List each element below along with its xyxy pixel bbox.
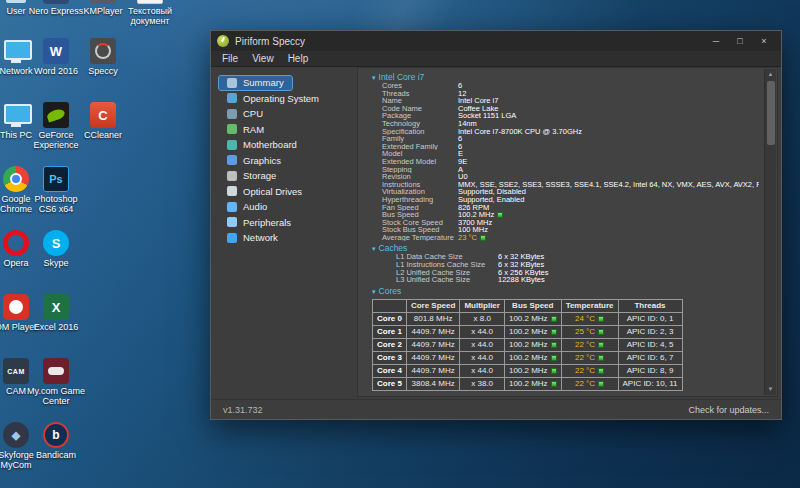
- sidebar: Summary Operating System CPU RAM: [211, 67, 357, 399]
- cpu-field-row: Family 6: [366, 135, 759, 143]
- menu-item[interactable]: File: [215, 53, 245, 64]
- core-speed: 4409.7 MHz: [406, 338, 459, 351]
- field-label: Revision: [366, 173, 458, 181]
- cpu-field-row: Threads 12: [366, 90, 759, 98]
- core-multiplier: x 44.0: [460, 325, 505, 338]
- sidebar-item-peripherals[interactable]: Peripherals: [219, 215, 299, 229]
- core-temperature: 24 °C: [561, 312, 618, 325]
- cpu-field-row: Bus Speed 100.2 MHz: [366, 211, 759, 219]
- status-indicator-icon: [598, 355, 604, 361]
- cores-table-header-cell: Bus Speed: [504, 299, 561, 312]
- sidebar-item-icon: [227, 93, 237, 103]
- scroll-up-icon[interactable]: ▲: [765, 69, 777, 80]
- desktop-icon-excel-2016[interactable]: X Excel 2016: [26, 294, 86, 332]
- field-value: 12288 KBytes: [498, 276, 545, 284]
- status-indicator-icon: [551, 342, 557, 348]
- desktop-icon-label: Bandicam: [36, 450, 76, 460]
- sidebar-item-label: Optical Drives: [243, 186, 302, 197]
- sidebar-item-storage[interactable]: Storage: [219, 169, 284, 183]
- core-speed: 4409.7 MHz: [406, 351, 459, 364]
- desktop-icon-label: Skype: [43, 258, 68, 268]
- cpu-field-row: Hyperthreading Supported, Enabled: [366, 196, 759, 204]
- cpu-field-row: Package Socket 1151 LGA: [366, 112, 759, 120]
- cpu-fields: Cores 6 Threads 12 Name Intel Core i7: [366, 82, 759, 241]
- core-row: Core 4 4409.7 MHz x 44.0 100.2 MHz 22 °C…: [373, 364, 683, 377]
- field-label: Model: [366, 150, 458, 158]
- core-temperature: 22 °C: [561, 351, 618, 364]
- sidebar-item-summary[interactable]: Summary: [219, 76, 292, 90]
- cpu-field-row: Extended Family 6: [366, 143, 759, 151]
- sidebar-item-icon: [227, 171, 237, 181]
- cores-table: Core SpeedMultiplierBus SpeedTemperature…: [372, 299, 683, 391]
- desktop-icon-image: [43, 0, 69, 4]
- cache-field-row: L1 Data Cache Size 6 x 32 KBytes: [366, 253, 759, 261]
- core-speed: 4409.7 MHz: [406, 325, 459, 338]
- core-speed: 4409.7 MHz: [406, 364, 459, 377]
- desktop-icon-image: [43, 358, 69, 384]
- status-indicator-icon: [480, 235, 486, 241]
- core-threads: APIC ID: 10, 11: [618, 377, 682, 390]
- window-control-minimize-button[interactable]: ─: [705, 34, 727, 49]
- desktop-icon-photoshop-cs6[interactable]: Ps Photoshop CS6 x64: [26, 166, 86, 214]
- window-control-close-button[interactable]: ×: [753, 34, 775, 49]
- desktop-icon-text-document[interactable]: Текстовый документ: [120, 0, 180, 26]
- sidebar-item-motherboard[interactable]: Motherboard: [219, 138, 305, 152]
- field-value: Intel Core i7-8700K CPU @ 3.70GHz: [458, 128, 582, 136]
- field-value: 12: [458, 90, 466, 98]
- sidebar-item-operating-system[interactable]: Operating System: [219, 91, 327, 105]
- core-multiplier: x 44.0: [460, 364, 505, 377]
- field-value: 9E: [458, 158, 467, 166]
- desktop-icon-skype[interactable]: S Skype: [26, 230, 86, 268]
- desktop-icon-mycom-game-center[interactable]: My.com Game Center: [26, 358, 86, 406]
- scroll-down-icon[interactable]: ▼: [765, 384, 777, 395]
- sidebar-item-label: Storage: [243, 170, 276, 181]
- field-label: Name: [366, 97, 458, 105]
- sidebar-item-icon: [227, 186, 237, 196]
- sidebar-item-network[interactable]: Network: [219, 231, 286, 245]
- desktop-icon-speccy[interactable]: Speccy: [73, 38, 133, 76]
- core-multiplier: x 38.0: [460, 377, 505, 390]
- cpu-field-row: Virtualization Supported, Disabled: [366, 188, 759, 196]
- core-threads: APIC ID: 0, 1: [618, 312, 682, 325]
- cpu-field-row: Stepping A: [366, 166, 759, 174]
- status-indicator-icon: [598, 368, 604, 374]
- field-value: 3700 MHz: [458, 219, 492, 227]
- desktop-icon-ccleaner[interactable]: C CCleaner: [73, 102, 133, 140]
- sidebar-item-icon: [227, 202, 237, 212]
- sidebar-item-cpu[interactable]: CPU: [219, 107, 271, 121]
- check-for-updates-link[interactable]: Check for updates...: [688, 405, 769, 415]
- menu-item[interactable]: Help: [281, 53, 316, 64]
- vertical-scrollbar[interactable]: ▲ ▼: [764, 69, 776, 395]
- field-value: Supported, Enabled: [458, 196, 524, 204]
- sidebar-item-audio[interactable]: Audio: [219, 200, 275, 214]
- field-value: 23 °C: [458, 234, 477, 242]
- desktop-icon-label: Word 2016: [34, 66, 78, 76]
- core-multiplier: x 8.0: [460, 312, 505, 325]
- field-value: E: [458, 150, 463, 158]
- desktop-icon-image: Ps: [43, 166, 69, 192]
- core-multiplier: x 44.0: [460, 338, 505, 351]
- window-control-maximize-button[interactable]: □: [729, 34, 751, 49]
- desktop-icon-image: C: [90, 102, 116, 128]
- status-indicator-icon: [551, 368, 557, 374]
- field-value: 14nm: [458, 120, 477, 128]
- field-label: Stock Bus Speed: [366, 226, 458, 234]
- sidebar-item-label: Summary: [243, 77, 284, 88]
- sidebar-item-ram[interactable]: RAM: [219, 122, 272, 136]
- sidebar-item-label: Peripherals: [243, 217, 291, 228]
- field-value: U0: [458, 173, 468, 181]
- sidebar-item-icon: [227, 233, 237, 243]
- field-label: L1 Instructions Cache Size: [366, 261, 498, 269]
- core-name: Core 4: [373, 364, 407, 377]
- cpu-field-row: Stock Core Speed 3700 MHz: [366, 219, 759, 227]
- desktop-icon-bandicam[interactable]: b Bandicam: [26, 422, 86, 460]
- sidebar-item-graphics[interactable]: Graphics: [219, 153, 289, 167]
- field-value: 100 MHz: [458, 226, 488, 234]
- menu-item[interactable]: View: [245, 53, 281, 64]
- scrollbar-thumb[interactable]: [767, 81, 775, 145]
- window-titlebar[interactable]: Piriform Speccy ─□×: [211, 31, 781, 51]
- cpu-field-row: Instructions MMX, SSE, SSE2, SSE3, SSSE3…: [366, 181, 759, 189]
- sidebar-item-optical-drives[interactable]: Optical Drives: [219, 184, 310, 198]
- field-value: 6 x 256 KBytes: [498, 269, 548, 277]
- field-value: 826 RPM: [458, 204, 489, 212]
